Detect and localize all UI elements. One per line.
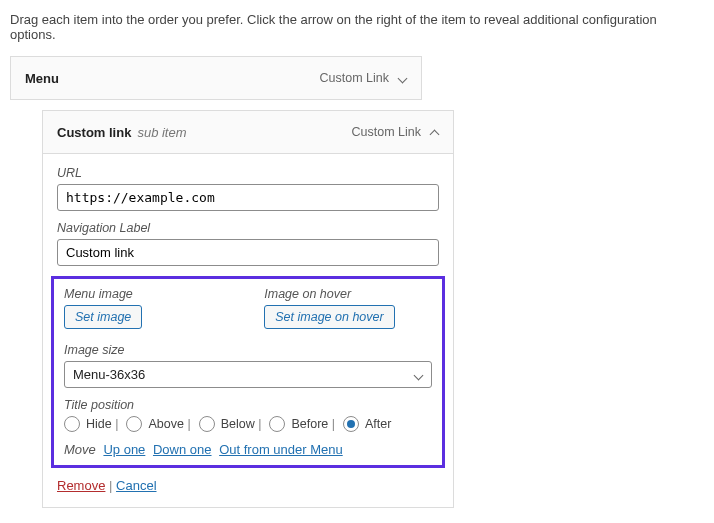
menu-item-title: Menu	[25, 71, 59, 86]
title-position-label: Title position	[64, 398, 432, 412]
menu-image-label: Menu image	[64, 287, 142, 301]
nav-label: Navigation Label	[57, 221, 439, 235]
url-input[interactable]	[57, 184, 439, 211]
separator: |	[109, 478, 116, 493]
radio-above[interactable]	[126, 416, 142, 432]
chevron-down-icon[interactable]	[397, 73, 407, 83]
radio-after-label: After	[365, 417, 391, 431]
cancel-link[interactable]: Cancel	[116, 478, 156, 493]
radio-hide[interactable]	[64, 416, 80, 432]
menu-item-parent[interactable]: Menu Custom Link	[10, 56, 422, 100]
remove-link[interactable]: Remove	[57, 478, 105, 493]
title-position-radios: Hide Above Below Before After	[64, 416, 432, 432]
menu-item-type: Custom Link	[352, 125, 421, 139]
radio-before[interactable]	[269, 416, 285, 432]
menu-item-type: Custom Link	[320, 71, 389, 85]
image-hover-label: Image on hover	[264, 287, 394, 301]
settings-panel: URL Navigation Label Menu image Set imag…	[42, 154, 454, 508]
radio-after[interactable]	[343, 416, 359, 432]
menu-item-child[interactable]: Custom link sub item Custom Link	[42, 110, 454, 154]
move-up-link[interactable]: Up one	[103, 442, 145, 457]
chevron-down-icon	[413, 370, 423, 380]
menu-item-title: Custom link	[57, 125, 131, 140]
radio-below-label: Below	[221, 417, 262, 431]
image-size-value: Menu-36x36	[73, 367, 145, 382]
highlighted-section: Menu image Set image Image on hover Set …	[51, 276, 445, 468]
instructions-text: Drag each item into the order you prefer…	[10, 12, 704, 42]
menu-item-sub: sub item	[137, 125, 186, 140]
set-image-button[interactable]: Set image	[64, 305, 142, 329]
move-down-link[interactable]: Down one	[153, 442, 212, 457]
radio-before-label: Before	[291, 417, 335, 431]
move-label: Move	[64, 442, 96, 457]
radio-hide-label: Hide	[86, 417, 118, 431]
move-out-link[interactable]: Out from under Menu	[219, 442, 343, 457]
radio-below[interactable]	[199, 416, 215, 432]
set-image-hover-button[interactable]: Set image on hover	[264, 305, 394, 329]
radio-above-label: Above	[148, 417, 190, 431]
image-size-label: Image size	[64, 343, 432, 357]
chevron-up-icon[interactable]	[429, 127, 439, 137]
url-label: URL	[57, 166, 439, 180]
nav-label-input[interactable]	[57, 239, 439, 266]
image-size-select[interactable]: Menu-36x36	[64, 361, 432, 388]
